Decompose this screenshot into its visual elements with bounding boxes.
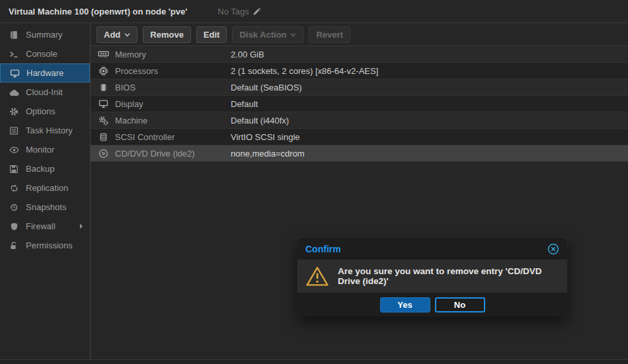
sidebar-item-label: Task History xyxy=(26,126,73,135)
toolbar-button-label: Disk Action xyxy=(239,30,286,40)
caret-down-icon xyxy=(124,33,130,37)
sidebar-item-firewall[interactable]: Firewall xyxy=(0,217,90,236)
sidebar-item-snapshots[interactable]: Snapshots xyxy=(0,198,90,217)
row-value: Default (SeaBIOS) xyxy=(231,83,302,92)
revert-button: Revert xyxy=(309,26,350,43)
row-value: none,media=cdrom xyxy=(231,149,305,159)
yes-button[interactable]: Yes xyxy=(380,297,430,312)
cpu-icon xyxy=(97,66,110,76)
caret-down-icon xyxy=(290,33,296,37)
row-label: BIOS xyxy=(115,83,231,92)
sidebar-item-label: Firewall xyxy=(26,221,56,231)
caret-right-icon xyxy=(79,223,83,229)
terminal-icon xyxy=(8,50,20,59)
dialog-title: Confirm xyxy=(305,244,341,254)
table-row[interactable]: DisplayDefault xyxy=(91,96,628,112)
row-label: SCSI Controller xyxy=(115,132,231,142)
sidebar-item-hardware[interactable]: Hardware xyxy=(0,63,90,83)
table-row[interactable]: Memory2.00 GiB xyxy=(91,46,628,63)
sidebar-item-label: Options xyxy=(26,106,56,116)
row-label: CD/DVD Drive (ide2) xyxy=(115,149,231,159)
sidebar-item-label: Replication xyxy=(26,183,68,193)
remove-button[interactable]: Remove xyxy=(143,26,191,43)
vm-header: Virtual Machine 100 (openwrt) on node 'p… xyxy=(0,0,628,23)
row-value: VirtIO SCSI single xyxy=(231,132,300,142)
tags-control[interactable]: No Tags xyxy=(217,7,260,17)
replication-arrows-icon xyxy=(8,184,20,193)
task-list-icon xyxy=(8,126,20,135)
edit-button[interactable]: Edit xyxy=(196,26,227,43)
sidebar-item-label: Permissions xyxy=(26,240,73,250)
sidebar-item-options[interactable]: Options xyxy=(0,102,90,121)
confirm-dialog-header: Confirm xyxy=(297,238,567,260)
table-row[interactable]: SCSI ControllerVirtIO SCSI single xyxy=(91,129,628,145)
sidebar-item-label: Console xyxy=(26,49,58,59)
table-row[interactable]: BIOSDefault (SeaBIOS) xyxy=(91,79,628,96)
gears-icon xyxy=(97,116,110,126)
floppy-icon xyxy=(8,164,20,174)
sidebar: SummaryConsoleHardwareCloud-InitOptionsT… xyxy=(0,23,91,359)
pencil-icon[interactable] xyxy=(253,7,261,16)
confirm-dialog-body: Are you sure you want to remove entry 'C… xyxy=(297,260,567,293)
unlock-icon xyxy=(8,241,20,250)
close-icon[interactable] xyxy=(547,243,559,255)
proxmox-vm-panel: Virtual Machine 100 (openwrt) on node 'p… xyxy=(0,0,628,364)
sidebar-item-label: Cloud-Init xyxy=(26,87,63,97)
sidebar-item-summary[interactable]: Summary xyxy=(0,25,90,44)
row-label: Display xyxy=(115,99,231,109)
row-label: Machine xyxy=(115,116,231,126)
sidebar-item-console[interactable]: Console xyxy=(0,44,90,63)
add-button[interactable]: Add xyxy=(97,26,137,43)
toolbar: AddRemoveEditDisk ActionRevert xyxy=(91,23,628,46)
sidebar-item-permissions[interactable]: Permissions xyxy=(0,236,90,255)
eye-icon xyxy=(8,146,20,154)
bottom-divider xyxy=(0,359,628,364)
sidebar-item-label: Monitor xyxy=(26,145,54,155)
database-icon xyxy=(97,132,110,142)
tags-label: No Tags xyxy=(217,7,249,17)
disk-action-button: Disk Action xyxy=(232,26,303,43)
row-value: Default xyxy=(231,99,258,109)
dialog-message: Are you sure you want to remove entry 'C… xyxy=(338,266,559,286)
sidebar-item-label: Hardware xyxy=(26,68,63,78)
toolbar-button-label: Add xyxy=(104,30,120,40)
toolbar-button-label: Revert xyxy=(316,30,342,40)
sidebar-item-backup[interactable]: Backup xyxy=(0,159,90,178)
row-value: 2 (1 sockets, 2 cores) [x86-64-v2-AES] xyxy=(231,66,378,76)
page-title: Virtual Machine 100 (openwrt) on node 'p… xyxy=(9,7,187,17)
sidebar-item-label: Summary xyxy=(26,30,63,40)
row-label: Processors xyxy=(115,66,231,76)
table-row[interactable]: CD/DVD Drive (ide2)none,media=cdrom xyxy=(91,145,628,162)
book-icon xyxy=(8,30,20,40)
sidebar-item-task-history[interactable]: Task History xyxy=(0,121,90,140)
sidebar-item-label: Backup xyxy=(26,164,54,174)
display-icon xyxy=(9,69,20,78)
bios-chip-icon xyxy=(97,83,110,92)
history-icon xyxy=(8,203,20,212)
display-icon xyxy=(97,99,110,108)
sidebar-item-replication[interactable]: Replication xyxy=(0,178,90,198)
cloud-icon xyxy=(8,89,20,96)
memory-icon xyxy=(97,50,110,59)
sidebar-item-cloud-init[interactable]: Cloud-Init xyxy=(0,83,90,102)
row-value: Default (i440fx) xyxy=(231,116,289,126)
shield-icon xyxy=(8,222,20,231)
gear-icon xyxy=(8,107,20,116)
disc-icon xyxy=(97,149,110,159)
row-label: Memory xyxy=(115,50,231,59)
sidebar-item-monitor[interactable]: Monitor xyxy=(0,140,90,159)
toolbar-button-label: Remove xyxy=(150,30,184,40)
confirm-dialog: Confirm Are you sure you want to remove … xyxy=(297,238,567,316)
table-row[interactable]: Processors2 (1 sockets, 2 cores) [x86-64… xyxy=(91,63,628,79)
row-value: 2.00 GiB xyxy=(231,50,264,59)
table-row[interactable]: MachineDefault (i440fx) xyxy=(91,112,628,129)
sidebar-item-label: Snapshots xyxy=(26,202,66,212)
no-button[interactable]: No xyxy=(435,297,485,312)
warning-triangle-icon xyxy=(305,266,329,287)
toolbar-button-label: Edit xyxy=(204,30,220,40)
confirm-dialog-footer: YesNo xyxy=(297,293,567,316)
